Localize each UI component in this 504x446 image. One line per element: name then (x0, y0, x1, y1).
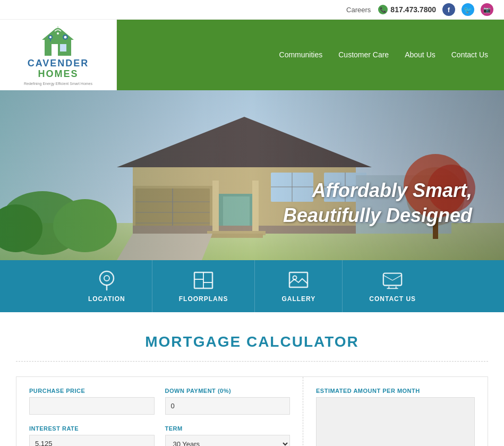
interest-rate-field: INTEREST RATE (29, 425, 155, 446)
interest-rate-label: INTEREST RATE (29, 425, 155, 432)
term-select[interactable]: 10 Years 15 Years 20 Years 30 Years (165, 435, 291, 446)
main-nav: Communities Customer Care About Us Conta… (117, 20, 504, 90)
svg-rect-50 (383, 273, 402, 285)
phone-number: 817.473.7800 (390, 5, 436, 14)
hero-text: Affordably Smart, Beautifully Designed (283, 178, 472, 228)
top-bar: Careers 📞 817.473.7800 f 🐦 📷 (0, 0, 504, 20)
svg-point-49 (293, 276, 297, 279)
down-payment-label: DOWN PAYMENT (0%) (165, 388, 291, 394)
svg-point-42 (104, 276, 109, 281)
quick-link-location[interactable]: LOCATION (62, 260, 152, 312)
logo-svg (37, 24, 79, 58)
floorplans-label: FLOORPLANS (179, 295, 228, 303)
svg-line-52 (392, 275, 402, 280)
quick-link-gallery[interactable]: GALLERY (255, 260, 343, 312)
down-payment-input[interactable] (165, 397, 291, 415)
mortgage-inputs: PURCHASE PRICE DOWN PAYMENT (0%) INTERES… (16, 377, 303, 446)
brand-tagline: Redefining Energy Efficient Smart Homes (24, 81, 92, 86)
calc-row-1: PURCHASE PRICE DOWN PAYMENT (0%) (29, 388, 290, 415)
phone-icon: 📞 (378, 5, 388, 14)
nav-contact-us[interactable]: Contact Us (451, 46, 488, 63)
mortgage-result: ESTIMATED AMOUNT PER MONTH (303, 377, 488, 446)
svg-rect-2 (60, 44, 66, 52)
svg-rect-1 (52, 44, 58, 56)
twitter-icon[interactable]: 🐦 (462, 3, 474, 16)
nav-customer-care[interactable]: Customer Care (338, 46, 389, 63)
mortgage-divider (16, 361, 488, 362)
gallery-label: GALLERY (281, 295, 315, 303)
nav-about-us[interactable]: About Us (405, 46, 435, 63)
quick-link-contact[interactable]: CONTACT US (343, 260, 442, 312)
facebook-icon[interactable]: f (442, 3, 455, 16)
hero-overlay (0, 90, 504, 260)
down-payment-field: DOWN PAYMENT (0%) (165, 388, 291, 415)
location-label: LOCATION (88, 295, 125, 303)
svg-point-3 (57, 32, 59, 35)
quick-link-floorplans[interactable]: FLOORPLANS (152, 260, 255, 312)
estimated-label: ESTIMATED AMOUNT PER MONTH (316, 388, 475, 394)
purchase-price-input[interactable] (29, 397, 155, 415)
header: CAVENDER HOMES Redefining Energy Efficie… (0, 20, 504, 90)
gallery-icon (288, 270, 309, 291)
brand-name: CAVENDER HOMES (24, 58, 92, 80)
hero-headline: Affordably Smart, Beautifully Designed (283, 178, 472, 228)
term-label: TERM (165, 425, 291, 432)
phone-link[interactable]: 📞 817.473.7800 (378, 5, 436, 14)
contact-icon (382, 270, 403, 291)
mortgage-title: MORTGAGE CALCULATOR (16, 333, 488, 350)
svg-line-51 (383, 275, 392, 280)
svg-point-5 (64, 36, 67, 39)
estimated-amount-box (316, 397, 475, 446)
contact-label: CONTACT US (369, 295, 416, 303)
logo-area: CAVENDER HOMES Redefining Energy Efficie… (0, 20, 117, 90)
purchase-price-field: PURCHASE PRICE (29, 388, 155, 415)
calc-row-2: INTEREST RATE TERM 10 Years 15 Years 20 … (29, 425, 290, 446)
svg-point-41 (100, 271, 114, 285)
hero-section: Affordably Smart, Beautifully Designed (0, 90, 504, 260)
floorplans-icon (193, 270, 214, 291)
instagram-icon[interactable]: 📷 (481, 3, 493, 16)
term-field: TERM 10 Years 15 Years 20 Years 30 Years (165, 425, 291, 446)
mortgage-section: MORTGAGE CALCULATOR PURCHASE PRICE DOWN … (0, 312, 504, 446)
mortgage-calculator: PURCHASE PRICE DOWN PAYMENT (0%) INTERES… (16, 376, 488, 446)
location-icon (96, 270, 117, 291)
logo: CAVENDER HOMES Redefining Energy Efficie… (24, 24, 92, 86)
svg-point-7 (49, 36, 52, 38)
careers-link[interactable]: Careers (346, 6, 371, 14)
nav-communities[interactable]: Communities (279, 46, 323, 63)
purchase-price-label: PURCHASE PRICE (29, 388, 155, 394)
top-bar-right: 📞 817.473.7800 f 🐦 📷 (378, 3, 493, 16)
quick-links-bar: LOCATION FLOORPLANS GALLERY (0, 260, 504, 312)
interest-rate-input[interactable] (29, 435, 155, 446)
svg-rect-48 (289, 272, 307, 287)
